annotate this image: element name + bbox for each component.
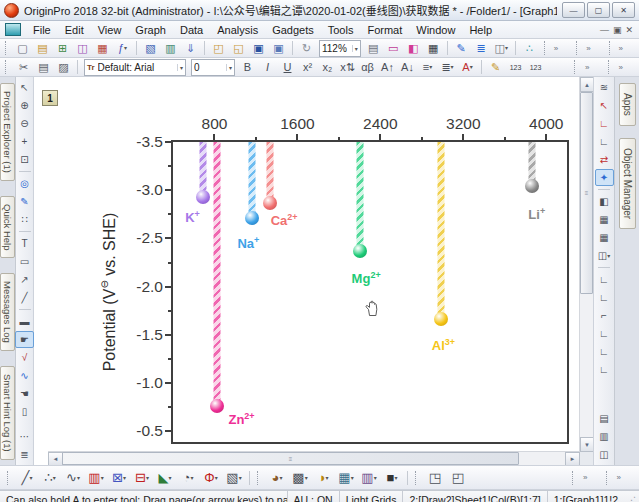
super-subscript-button[interactable]: x⇅ [338, 58, 357, 76]
speed-mode-button[interactable]: ✦ [595, 169, 614, 186]
font-combobox[interactable]: Tr Default: Arial ▾ [84, 59, 186, 76]
region-zoom-tool-button[interactable]: ⊡ [15, 151, 34, 168]
axis-style-1-button[interactable]: ∟ [595, 271, 614, 288]
horizontal-scroll-thumb[interactable]: ≡ [62, 452, 519, 465]
toolbar-overflow-icon[interactable]: » [586, 44, 590, 53]
box-plot-button[interactable]: ⊟▾ [131, 467, 153, 488]
tab-object-manager[interactable]: Object Manager [619, 138, 636, 229]
add-layer-button[interactable]: ◧ [595, 193, 614, 210]
data-reader-tool-button[interactable]: ◎ [15, 175, 34, 192]
box-plot-dropdown-icon[interactable]: ▾ [146, 475, 149, 481]
underline-button[interactable]: U [278, 58, 297, 76]
new-function-graph-dropdown-icon[interactable]: ▾ [124, 45, 127, 51]
menu-help[interactable]: Help [462, 23, 499, 37]
rectangle-tool-button[interactable]: ▭ [15, 253, 34, 270]
set-significant-digits-button[interactable]: 123 [526, 58, 545, 76]
axis-style-3-button[interactable]: ⌐ [595, 307, 614, 324]
font-color-button[interactable]: A▾ [458, 58, 477, 76]
statistics-plot-button[interactable]: ▥▾ [358, 467, 380, 488]
superscript-button[interactable]: x² [298, 58, 317, 76]
font-color-dropdown-icon[interactable]: ▾ [470, 64, 473, 70]
format-painter-button[interactable]: ✎ [486, 58, 505, 76]
project-explorer-toggle-button[interactable]: ∴ [520, 39, 539, 57]
3d-surface-plot-button[interactable]: ◕▾ [266, 467, 288, 488]
mdi-restore-button[interactable]: ▣ [613, 25, 622, 35]
data-highlighter-tool-button[interactable]: ✎ [15, 193, 34, 210]
menu-analysis[interactable]: Analysis [210, 23, 265, 37]
video-capture-button[interactable]: ▦ [424, 39, 443, 57]
menu-graph[interactable]: Graph [128, 23, 173, 37]
3d-scatter-plot-button[interactable]: ▩▾ [289, 467, 311, 488]
zoom-in-axes-button[interactable]: ∟ [595, 133, 614, 150]
italic-button[interactable]: I [258, 58, 277, 76]
menu-data[interactable]: Data [173, 23, 210, 37]
drop-line-Na[interactable] [249, 142, 256, 218]
print-button[interactable]: ▤ [364, 39, 383, 57]
label-Li[interactable]: Li+ [528, 206, 545, 222]
toolbar-grip[interactable] [574, 60, 579, 74]
layer-management-button[interactable]: ◫ [595, 446, 614, 463]
insert-graph-button[interactable]: ◳ [424, 467, 446, 488]
line-symbol-plot-button[interactable]: ∿▾ [62, 467, 84, 488]
data-point-K[interactable] [196, 190, 210, 204]
font-size-combobox[interactable]: 0 ▾ [191, 59, 235, 76]
greek-button[interactable]: αβ [358, 58, 377, 76]
more-tools-button[interactable]: ⋯ [15, 428, 34, 445]
3d-pie-plot-button[interactable]: ◑▾ [312, 467, 334, 488]
toolbar-grip[interactable] [572, 471, 577, 485]
mask-tool-button[interactable]: √ [15, 349, 34, 366]
axis-style-6-button[interactable]: ∟ [595, 361, 614, 378]
menu-gadgets[interactable]: Gadgets [265, 23, 321, 37]
drop-line-Zn[interactable] [213, 142, 220, 406]
rescale-axes-button[interactable]: ↖ [595, 97, 614, 114]
resize-grip[interactable]: ⋰ [624, 495, 639, 502]
toolbar-grip[interactable] [576, 41, 580, 55]
rescale-tool-button[interactable]: ≋ [595, 79, 614, 96]
drop-line-K[interactable] [199, 142, 206, 197]
vertical-scroll-thumb[interactable]: ≡ [580, 92, 593, 294]
toolbar-grip[interactable] [608, 60, 613, 74]
label-Na[interactable]: Na+ [237, 235, 259, 251]
line-symbol-plot-dropdown-icon[interactable]: ▾ [77, 475, 80, 481]
polar-plot-dropdown-icon[interactable]: ▾ [190, 475, 193, 481]
bar-plot-button[interactable]: Φ▾ [200, 467, 222, 488]
menu-format[interactable]: Format [360, 23, 409, 37]
3d-surface-plot-dropdown-icon[interactable]: ▾ [279, 475, 282, 481]
new-matrix-button[interactable]: ▦ [93, 39, 112, 57]
plot-setup-button[interactable]: ▥ [595, 428, 614, 445]
open-template-button[interactable]: ◱ [229, 39, 248, 57]
data-point-Al[interactable] [434, 312, 448, 326]
subscript-button[interactable]: x₂ [318, 58, 337, 76]
set-scale-button[interactable]: ∟ [595, 115, 614, 132]
menu-window[interactable]: Window [409, 23, 462, 37]
toolbar-grip[interactable] [609, 41, 613, 55]
digitizer-button[interactable]: ✎ [452, 39, 471, 57]
image-plot-dropdown-icon[interactable]: ▾ [394, 475, 397, 481]
mdi-close-button[interactable]: ✕ [625, 25, 633, 35]
status-autoupdate[interactable]: AU : ON [287, 491, 339, 502]
set-decimal-digits-button[interactable]: 123 [506, 58, 525, 76]
menu-edit[interactable]: Edit [58, 23, 91, 37]
data-point-Na[interactable] [245, 211, 259, 225]
plot-area[interactable]: Potential (V⊖ vs. SHE) 80016002400320040… [171, 140, 569, 444]
toolbar-grip[interactable] [5, 41, 9, 55]
3d-scatter-plot-dropdown-icon[interactable]: ▾ [305, 475, 308, 481]
tab-apps[interactable]: Apps [619, 83, 636, 126]
drop-line-Ca[interactable] [267, 142, 274, 203]
decrease-font-button[interactable]: A↓ [398, 58, 417, 76]
area-plot-button[interactable]: ◣▾ [154, 467, 176, 488]
menu-view[interactable]: View [91, 23, 129, 37]
line-tool-button[interactable]: ╱ [15, 289, 34, 306]
line-spacing-dropdown-icon[interactable]: ▾ [451, 64, 454, 70]
zoom-in-tool-button[interactable]: ⊕ [15, 97, 34, 114]
new-folder-button[interactable]: ▤ [33, 39, 52, 57]
data-point-Li[interactable] [525, 179, 539, 193]
contour-plot-button[interactable]: ▦▾ [335, 467, 357, 488]
new-workbook-button[interactable]: ⊞ [53, 39, 72, 57]
new-graph-button[interactable]: ◫ [73, 39, 92, 57]
new-layout-button[interactable]: ▧ [141, 39, 160, 57]
bar-plot-dropdown-icon[interactable]: ▾ [215, 475, 218, 481]
status-window-ref[interactable]: 1:[Graph1]1!2 [547, 491, 624, 502]
exchange-xy-button[interactable]: ⇄ [595, 151, 614, 168]
layer-contents-button[interactable]: ▤ [595, 410, 614, 427]
